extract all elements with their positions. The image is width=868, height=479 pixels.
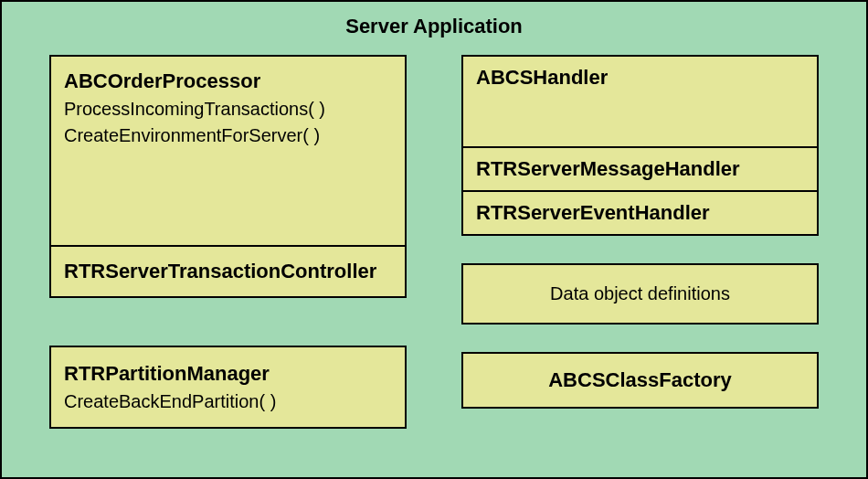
class-method: CreateEnvironmentForServer( ) (64, 125, 392, 146)
class-name: ABCSClassFactory (476, 368, 804, 392)
class-box-rtrpartitionmanager: RTRPartitionManager CreateBackEndPartiti… (49, 346, 407, 429)
class-section-base: RTRServerMessageHandler (463, 146, 817, 190)
base-class-name: RTRServerTransactionController (64, 260, 392, 283)
class-method: ProcessIncomingTransactions( ) (64, 99, 392, 120)
label-text: Data object definitions (476, 283, 804, 304)
base-class-name: RTRServerEventHandler (476, 201, 804, 225)
label-section: Data object definitions (463, 265, 817, 323)
class-section: RTRPartitionManager CreateBackEndPartiti… (51, 347, 405, 427)
diagram-title: Server Application (2, 15, 866, 38)
class-box-abcorderprocessor: ABCOrderProcessor ProcessIncomingTransac… (49, 55, 407, 298)
class-section-top: ABCOrderProcessor ProcessIncomingTransac… (51, 57, 405, 245)
right-column: ABCSHandler RTRServerMessageHandler RTRS… (461, 55, 819, 429)
class-method: CreateBackEndPartition( ) (64, 391, 392, 412)
columns: ABCOrderProcessor ProcessIncomingTransac… (2, 48, 866, 429)
class-name: ABCSHandler (476, 66, 804, 90)
base-class-name: RTRServerMessageHandler (476, 157, 804, 181)
class-box-abcshandler: ABCSHandler RTRServerMessageHandler RTRS… (461, 55, 819, 236)
box-data-object-definitions: Data object definitions (461, 263, 819, 325)
class-section-base: RTRServerEventHandler (463, 190, 817, 234)
class-section: ABCSClassFactory (463, 354, 817, 407)
class-section-top: ABCSHandler (463, 57, 817, 146)
left-column: ABCOrderProcessor ProcessIncomingTransac… (49, 55, 407, 429)
class-name: RTRPartitionManager (64, 362, 392, 386)
diagram-container: Server Application ABCOrderProcessor Pro… (0, 0, 868, 479)
class-section-base: RTRServerTransactionController (51, 245, 405, 296)
class-name: ABCOrderProcessor (64, 69, 392, 93)
class-box-abcsclassfactory: ABCSClassFactory (461, 352, 819, 409)
